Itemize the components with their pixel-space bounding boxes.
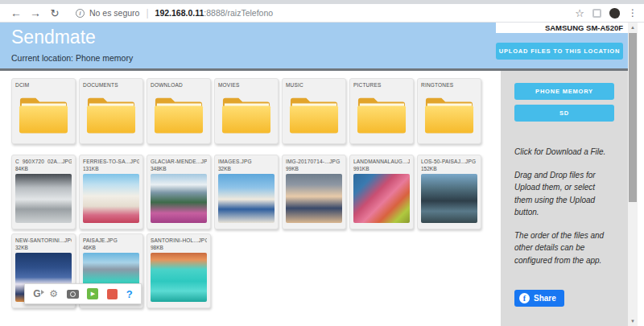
file-name: SANTORINI-HOL...JPG (151, 237, 207, 243)
scroll-down-icon[interactable]: ▼ (628, 316, 638, 326)
folder-name: DOCUMENTS (83, 82, 139, 88)
page-title: Sendmate (11, 27, 96, 48)
file-card[interactable]: IMAGES.JPG 32KB (214, 155, 279, 229)
file-size: 32KB (15, 245, 72, 250)
folder-icon (221, 94, 271, 136)
upload-files-button[interactable]: UPLOAD FILES TO THIS LOCATION (496, 43, 623, 60)
url-divider: | (146, 7, 148, 19)
camera-icon[interactable] (67, 290, 79, 299)
gear-icon[interactable]: ⚙ (49, 288, 58, 299)
folder-card[interactable]: DCIM (11, 78, 76, 144)
file-thumbnail (151, 174, 207, 223)
facebook-share-button[interactable]: f Share (514, 290, 564, 307)
file-name: C_960X720_02A...JPG (15, 159, 72, 164)
address-bar-host[interactable]: 192.168.0.11 (155, 8, 204, 18)
help-icon[interactable]: ? (126, 288, 133, 300)
address-bar-path[interactable]: :8888/raizTelefono (204, 8, 273, 18)
folder-card[interactable]: PICTURES (349, 78, 414, 144)
share-button-label: Share (534, 294, 556, 303)
folder-icon (424, 94, 474, 136)
file-card[interactable]: FERRIES-TO-SA...JPG 131KB (79, 155, 143, 229)
folder-card[interactable]: RINGTONES (417, 78, 481, 144)
file-name: IMG-20170714-...JPG (286, 159, 342, 164)
file-size: 98KB (151, 245, 207, 250)
sidebar: PHONE MEMORY SD Click for Download a Fil… (501, 71, 628, 326)
folder-icon (289, 94, 339, 136)
scroll-up-icon[interactable]: ▲ (628, 23, 638, 32)
file-row-1: C_960X720_02A...JPG 84KB FERRIES-TO-SA..… (11, 155, 501, 229)
browser-scrollbar[interactable]: ▲ ▼ (628, 23, 638, 326)
file-size: 99KB (286, 166, 342, 171)
folder-icon (357, 94, 407, 136)
file-name: LOS-50-PAISAJ...JPG (421, 159, 477, 164)
file-card[interactable]: C_960X720_02A...JPG 84KB (11, 155, 76, 229)
folder-name: MOVIES (218, 82, 275, 88)
file-card[interactable]: LANDMANNALAUG...JPG 991KB (349, 155, 414, 229)
sd-button[interactable]: SD (514, 105, 614, 122)
file-name: PAISAJE.JPG (83, 237, 139, 243)
record-play-icon[interactable]: ▶ (87, 288, 98, 299)
file-size: 152KB (421, 166, 477, 171)
file-thumbnail (151, 253, 207, 302)
file-thumbnail (15, 174, 72, 223)
phone-memory-button[interactable]: PHONE MEMORY (514, 83, 614, 100)
folder-name: DOWNLOAD (151, 82, 207, 88)
file-thumbnail (83, 174, 139, 223)
device-name: SAMSUNG SM-A520F (545, 23, 623, 32)
folder-icon (19, 94, 68, 136)
folder-name: RINGTONES (421, 82, 477, 88)
file-name: GLACIAR-MENDE...JPG (151, 159, 207, 164)
folder-icon (86, 94, 136, 136)
file-size: 348KB (151, 166, 207, 171)
file-thumbnail (218, 174, 275, 223)
file-size: 131KB (83, 166, 139, 171)
instruction-order: The order of the files and other details… (514, 229, 614, 267)
file-size: 46KB (83, 245, 139, 250)
folder-name: PICTURES (353, 82, 410, 88)
instruction-download: Click for Download a File. (514, 146, 614, 159)
file-card[interactable]: LOS-50-PAISAJ...JPG 152KB (417, 155, 481, 229)
file-card[interactable]: SANTORINI-HOL...JPG 98KB (147, 233, 211, 308)
capture-toolbar: G ⚙ ▶ ? (24, 283, 142, 304)
folder-icon (154, 94, 204, 136)
record-stop-icon[interactable] (107, 289, 118, 299)
file-thumbnail (353, 174, 410, 223)
folder-card[interactable]: DOWNLOAD (147, 78, 211, 144)
folder-card[interactable]: MOVIES (214, 78, 279, 144)
current-location-label: Current location: Phone memory (11, 53, 133, 63)
file-card[interactable]: IMG-20170714-...JPG 99KB (282, 155, 346, 229)
app-header: Sendmate Current location: Phone memory … (0, 23, 628, 68)
scrollbar-thumb[interactable] (629, 33, 637, 202)
facebook-icon: f (519, 293, 530, 303)
folder-name: DCIM (15, 82, 72, 88)
file-name: LANDMANNALAUG...JPG (353, 159, 410, 164)
folder-card[interactable]: MUSIC (282, 78, 346, 144)
browser-menu-icon[interactable]: ⋮ (628, 7, 638, 19)
capture-go-icon[interactable]: G (33, 288, 40, 299)
profile-avatar-icon[interactable] (609, 8, 620, 19)
file-card[interactable]: GLACIAR-MENDE...JPG 348KB (147, 155, 211, 229)
file-name: FERRIES-TO-SA...JPG (83, 159, 139, 164)
file-name: NEW-SANTORINI...JPG (15, 237, 72, 243)
file-size: 84KB (15, 166, 72, 171)
instruction-upload: Drag and Drop files for Upload them, or … (514, 169, 614, 219)
reload-icon[interactable]: ↻ (45, 8, 64, 19)
folder-card[interactable]: DOCUMENTS (79, 78, 143, 144)
page-info-icon[interactable]: i (76, 9, 85, 18)
file-name: IMAGES.JPG (218, 159, 275, 164)
file-thumbnail (421, 174, 477, 223)
folder-name: MUSIC (286, 82, 342, 88)
security-label[interactable]: No es seguro (89, 8, 139, 18)
folder-row: DCIM DOCUMENTS DOWNLOAD MOVIES M (11, 78, 501, 144)
forward-icon[interactable]: → (26, 7, 45, 19)
browser-toolbar: ← → ↻ i No es seguro | 192.168.0.11 :888… (0, 4, 644, 23)
back-icon[interactable]: ← (6, 7, 26, 19)
file-size: 991KB (353, 166, 410, 171)
bookmark-star-icon[interactable]: ☆ (575, 7, 584, 19)
file-size: 32KB (218, 166, 275, 171)
file-thumbnail (286, 174, 342, 223)
device-strip: SAMSUNG SM-A520F (496, 23, 628, 33)
extension-icon[interactable] (592, 9, 601, 18)
